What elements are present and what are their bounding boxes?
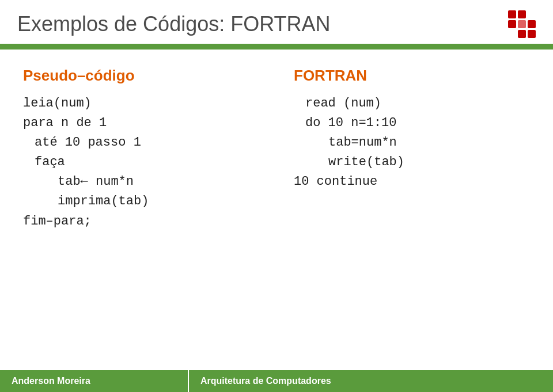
code-line: para n de 1: [23, 113, 259, 133]
fortran-block: read (num) do 10 n=1:10 tab=num*n write(…: [294, 94, 530, 192]
fortran-title: FORTRAN: [294, 67, 530, 85]
code-line: fim–para;: [23, 212, 259, 231]
pseudocode-title: Pseudo–código: [23, 67, 259, 85]
pseudocode-section: Pseudo–código leia(num) para n de 1 até …: [23, 67, 276, 231]
code-line: read (num): [305, 94, 530, 113]
code-line: até 10 passo 1: [35, 133, 259, 153]
header-divider: [0, 44, 553, 50]
footer-author: Anderson Moreira: [0, 376, 188, 386]
code-line: do 10 n=1:10: [305, 113, 530, 133]
code-line: 10 continue: [294, 172, 530, 192]
page-title: Exemplos de Códigos: FORTRAN: [17, 12, 331, 36]
footer: Anderson Moreira Arquitetura de Computad…: [0, 370, 553, 392]
code-line: faça: [35, 153, 259, 172]
pseudocode-block: leia(num) para n de 1 até 10 passo 1 faç…: [23, 94, 259, 231]
code-line: leia(num): [23, 94, 259, 113]
code-line: tab=num*n: [328, 133, 530, 153]
code-line: tab← num*n: [58, 172, 259, 192]
fortran-section: FORTRAN read (num) do 10 n=1:10 tab=num*…: [276, 67, 530, 231]
code-line: write(tab): [328, 153, 530, 172]
logo-icon: [508, 10, 536, 38]
header: Exemplos de Códigos: FORTRAN: [0, 0, 553, 44]
code-line: imprima(tab): [58, 192, 259, 211]
footer-course: Arquitetura de Computadores: [189, 376, 553, 386]
main-content: Pseudo–código leia(num) para n de 1 até …: [0, 50, 553, 243]
